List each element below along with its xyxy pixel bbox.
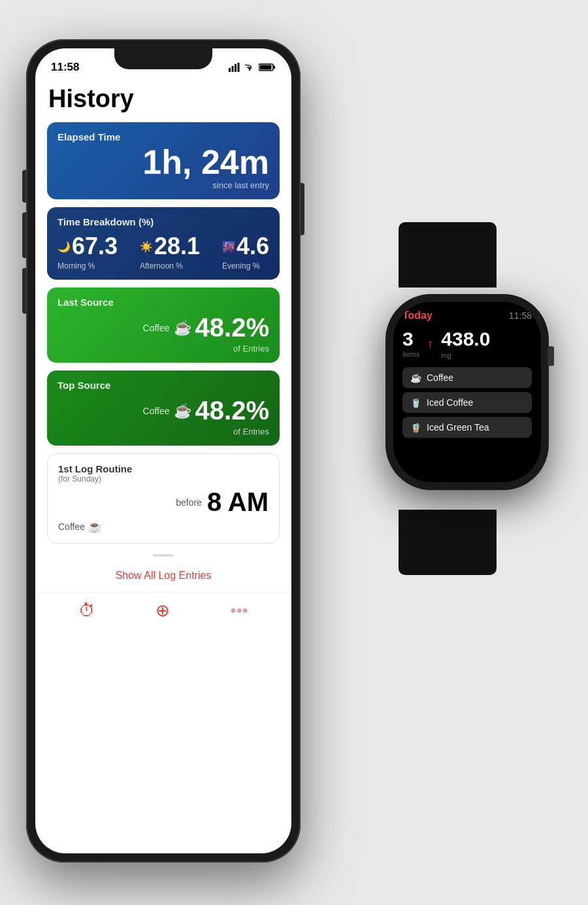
last-source-value: 48.2% <box>195 313 269 342</box>
afternoon-label: Afternoon % <box>140 261 183 271</box>
evening-breakdown: 🌆 4.6 Evening % <box>222 233 269 271</box>
svg-rect-7 <box>260 65 272 70</box>
evening-value-display: 🌆 4.6 <box>222 233 269 260</box>
watch-today-label: Today <box>402 310 433 321</box>
show-all-entries-section[interactable]: Show All Log Entries <box>35 559 291 592</box>
watch-band-top <box>399 222 497 288</box>
watch-time-display: 11:58 <box>509 310 532 321</box>
bottom-tab-bar: ⏱ ⊕ ••• <box>35 592 291 634</box>
iced-green-tea-icon: 🧋 <box>410 422 421 433</box>
top-source-sub: of Entries <box>57 427 269 436</box>
log-routine-title: 1st Log Routine <box>58 463 269 474</box>
elapsed-time-card: Elapsed Time 1h, 24m since last entry <box>47 122 280 199</box>
top-source-value: 48.2% <box>195 396 269 425</box>
breakdown-card-label: Time Breakdown (%) <box>57 216 269 227</box>
watch-list-item-iced-coffee[interactable]: 🥤 Iced Coffee <box>402 392 532 413</box>
evening-icon: 🌆 <box>222 240 235 253</box>
watch-items-label: items <box>402 350 419 358</box>
afternoon-value: 28.1 <box>154 233 200 260</box>
coffee-cup-icon: ☕ <box>174 320 191 337</box>
watch-iced-green-tea-label: Iced Green Tea <box>427 422 489 433</box>
top-source-card: Top Source Coffee ☕ 48.2% of Entries <box>47 370 280 446</box>
log-routine-card: 1st Log Routine (for Sunday) before 8 AM… <box>47 453 280 544</box>
morning-value-display: 🌙 67.3 <box>57 233 118 260</box>
page-title: History <box>47 85 280 113</box>
watch-band-bottom <box>399 510 497 575</box>
svg-rect-2 <box>235 64 237 72</box>
svg-rect-6 <box>274 66 276 69</box>
phone-device: 11:58 <box>26 39 301 863</box>
log-routine-sub: (for Sunday) <box>58 474 269 484</box>
top-source-name: Coffee <box>143 406 170 416</box>
watch-mg-label: mg <box>441 352 490 359</box>
phone-screen: 11:58 <box>35 48 291 853</box>
status-icons <box>229 63 276 72</box>
afternoon-breakdown: ☀️ 28.1 Afternoon % <box>140 233 200 271</box>
top-source-row: Coffee ☕ 48.2% <box>57 396 269 425</box>
moon-icon: 🌙 <box>57 240 71 253</box>
last-source-card: Last Source Coffee ☕ 48.2% of Entries <box>47 288 280 363</box>
top-source-label: Top Source <box>57 380 269 391</box>
watch-screen: Today 11:58 3 items ↑ 438.0 mg <box>393 302 541 482</box>
phone-vol-silent <box>22 170 26 203</box>
log-routine-row: before 8 AM <box>58 487 269 517</box>
watch-iced-coffee-label: Iced Coffee <box>427 397 473 408</box>
phone-vol-down <box>22 268 26 314</box>
evening-value: 4.6 <box>237 233 269 260</box>
morning-breakdown: 🌙 67.3 Morning % <box>57 233 118 271</box>
more-tab-icon[interactable]: ••• <box>231 601 248 621</box>
scroll-indicator <box>47 551 280 559</box>
phone-content: History Elapsed Time 1h, 24m since last … <box>35 80 291 559</box>
before-label: before <box>176 497 202 508</box>
last-source-row: Coffee ☕ 48.2% <box>57 313 269 342</box>
svg-point-4 <box>249 69 250 71</box>
watch-list-item-iced-green-tea[interactable]: 🧋 Iced Green Tea <box>402 417 532 438</box>
scene: 11:58 <box>0 0 588 905</box>
log-routine-time: 8 AM <box>207 487 269 517</box>
watch-coffee-label: Coffee <box>427 372 453 383</box>
log-coffee-row: Coffee ☕ <box>58 519 269 534</box>
breakdown-row: 🌙 67.3 Morning % ☀️ 28.1 Afternoon % <box>57 233 269 271</box>
svg-rect-3 <box>238 63 240 72</box>
phone-side-button <box>301 183 304 235</box>
watch-items-value: 3 <box>402 329 419 349</box>
watch-mg-stat: 438.0 mg <box>441 328 490 359</box>
add-tab-icon[interactable]: ⊕ <box>155 601 170 621</box>
time-breakdown-card: Time Breakdown (%) 🌙 67.3 Morning % ☀️ <box>47 207 280 280</box>
evening-label: Evening % <box>222 261 259 271</box>
watch-device: Today 11:58 3 items ↑ 438.0 mg <box>366 274 568 523</box>
watch-crown <box>547 346 554 366</box>
coffee-icon: ☕ <box>410 372 421 383</box>
show-all-entries-button[interactable]: Show All Log Entries <box>116 570 212 581</box>
phone-notch <box>114 48 212 69</box>
signal-icon <box>229 63 240 72</box>
log-coffee-name: Coffee <box>58 521 85 532</box>
watch-status-bar: Today 11:58 <box>402 310 532 321</box>
watch-mg-value: 438.0 <box>441 328 490 350</box>
iced-coffee-icon: 🥤 <box>410 397 421 408</box>
afternoon-value-display: ☀️ 28.1 <box>140 233 200 260</box>
svg-rect-0 <box>229 68 231 72</box>
elapsed-value: 1h, 24m <box>57 145 269 179</box>
watch-list-item-coffee[interactable]: ☕ Coffee <box>402 367 532 388</box>
watch-arrow-icon: ↑ <box>427 337 433 351</box>
elapsed-card-label: Elapsed Time <box>57 131 269 142</box>
phone-vol-up <box>22 212 26 258</box>
morning-label: Morning % <box>57 261 95 271</box>
last-source-label: Last Source <box>57 297 269 308</box>
morning-value: 67.3 <box>72 233 118 260</box>
svg-rect-1 <box>232 66 234 72</box>
last-source-sub: of Entries <box>57 344 269 354</box>
sun-icon: ☀️ <box>140 240 153 253</box>
log-coffee-icon: ☕ <box>88 519 102 534</box>
elapsed-sub: since last entry <box>57 180 269 190</box>
scroll-dot <box>153 554 174 557</box>
phone-time: 11:58 <box>51 61 79 74</box>
last-source-name: Coffee <box>143 323 170 333</box>
history-tab-icon[interactable]: ⏱ <box>78 601 95 621</box>
coffee-cup-icon-2: ☕ <box>174 403 191 420</box>
wifi-icon <box>244 63 255 72</box>
battery-icon <box>259 63 276 72</box>
watch-body: Today 11:58 3 items ↑ 438.0 mg <box>385 294 549 490</box>
watch-items-stat: 3 items <box>402 329 419 358</box>
